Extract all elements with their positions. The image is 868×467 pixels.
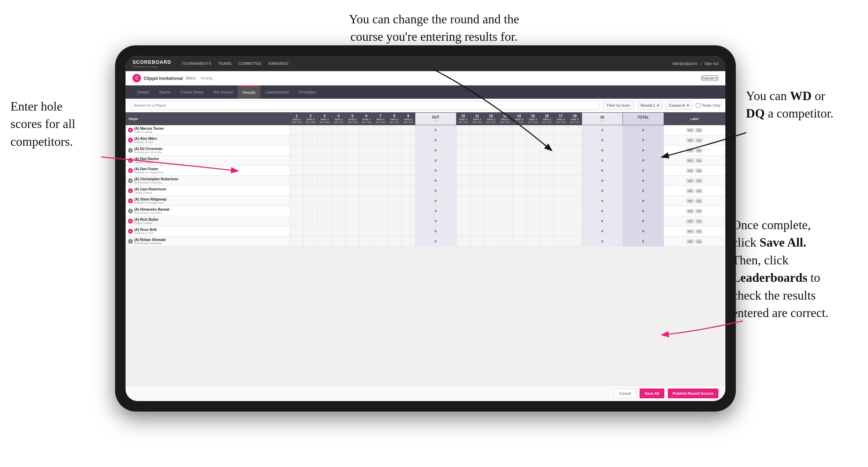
- hole-score-0-7[interactable]: [373, 125, 387, 135]
- hole-score-6-4[interactable]: [332, 186, 346, 196]
- hole-score-7-15[interactable]: [526, 196, 540, 206]
- hole-score-9-8[interactable]: [387, 216, 401, 226]
- hole-score-4-2[interactable]: [304, 166, 318, 176]
- hole-score-4-13[interactable]: [498, 166, 512, 176]
- hole-score-10-4[interactable]: [332, 226, 346, 236]
- wd-button-3[interactable]: WD: [686, 158, 694, 163]
- dq-button-7[interactable]: DQ: [695, 199, 702, 203]
- hole-score-5-13[interactable]: [498, 176, 512, 186]
- hole-score-6-14[interactable]: [512, 186, 526, 196]
- hole-score-6-15[interactable]: [526, 186, 540, 196]
- hole-score-7-3[interactable]: [318, 196, 332, 206]
- hole-score-9-9[interactable]: [401, 216, 415, 226]
- hole-score-10-10[interactable]: [456, 226, 470, 236]
- hole-score-7-11[interactable]: [470, 196, 484, 206]
- hole-score-6-8[interactable]: [387, 186, 401, 196]
- hole-score-3-17[interactable]: [554, 156, 568, 166]
- hole-score-6-3[interactable]: [318, 186, 332, 196]
- sign-out-link[interactable]: Sign out: [704, 60, 718, 67]
- hole-score-5-9[interactable]: [401, 176, 415, 186]
- hole-score-1-1[interactable]: [290, 135, 304, 145]
- hole-score-7-1[interactable]: [290, 196, 304, 206]
- hole-score-3-8[interactable]: [387, 156, 401, 166]
- hole-score-4-8[interactable]: [387, 166, 401, 176]
- tab-course-setup[interactable]: Course Setup: [175, 85, 208, 99]
- hole-score-2-17[interactable]: [554, 145, 568, 156]
- hole-score-8-15[interactable]: [526, 206, 540, 216]
- hole-score-1-11[interactable]: [470, 135, 484, 145]
- hole-score-9-18[interactable]: [568, 216, 582, 226]
- hole-score-3-16[interactable]: [540, 156, 554, 166]
- hole-score-2-13[interactable]: [498, 145, 512, 156]
- hole-score-4-1[interactable]: [290, 166, 304, 176]
- hole-score-3-10[interactable]: [456, 156, 470, 166]
- wd-button-4[interactable]: WD: [686, 168, 694, 173]
- hole-score-5-12[interactable]: [484, 176, 498, 186]
- hole-score-11-15[interactable]: [526, 236, 540, 247]
- hole-score-8-13[interactable]: [498, 206, 512, 216]
- dq-button-5[interactable]: DQ: [695, 179, 702, 183]
- wd-button-7[interactable]: WD: [686, 199, 694, 203]
- hole-score-9-15[interactable]: [526, 216, 540, 226]
- hole-score-2-12[interactable]: [484, 145, 498, 156]
- hole-score-2-15[interactable]: [526, 145, 540, 156]
- hole-score-4-4[interactable]: [332, 166, 346, 176]
- hole-score-8-16[interactable]: [540, 206, 554, 216]
- hole-score-8-4[interactable]: [332, 206, 346, 216]
- nav-link-tournaments[interactable]: TOURNAMENTS: [182, 60, 211, 67]
- publish-button[interactable]: Publish Round Scores: [668, 389, 718, 398]
- filter-team-button[interactable]: Filter by team: [603, 101, 634, 110]
- hole-score-6-12[interactable]: [484, 186, 498, 196]
- hole-score-6-1[interactable]: [290, 186, 304, 196]
- hole-score-9-6[interactable]: [360, 216, 373, 226]
- hole-score-1-5[interactable]: [346, 135, 360, 145]
- hole-score-6-13[interactable]: [498, 186, 512, 196]
- hole-score-7-18[interactable]: [568, 196, 582, 206]
- hole-score-8-17[interactable]: [554, 206, 568, 216]
- hole-score-5-2[interactable]: [304, 176, 318, 186]
- hole-score-0-17[interactable]: [554, 125, 568, 135]
- wd-button-2[interactable]: WD: [686, 148, 694, 153]
- hole-score-8-14[interactable]: [512, 206, 526, 216]
- hole-score-10-9[interactable]: [401, 226, 415, 236]
- hole-score-2-9[interactable]: [401, 145, 415, 156]
- hole-score-10-1[interactable]: [290, 226, 304, 236]
- nav-link-rankings[interactable]: RANKINGS: [269, 60, 288, 67]
- hole-score-7-4[interactable]: [332, 196, 346, 206]
- tab-details[interactable]: Details: [133, 85, 154, 99]
- hole-score-10-3[interactable]: [318, 226, 332, 236]
- search-input[interactable]: [130, 101, 599, 110]
- dq-button-9[interactable]: DQ: [695, 219, 702, 224]
- hole-score-3-6[interactable]: [360, 156, 373, 166]
- hole-score-7-10[interactable]: [456, 196, 470, 206]
- hole-score-5-4[interactable]: [332, 176, 346, 186]
- hole-score-2-11[interactable]: [470, 145, 484, 156]
- hole-score-7-2[interactable]: [304, 196, 318, 206]
- hole-score-10-6[interactable]: [360, 226, 373, 236]
- hole-score-9-17[interactable]: [554, 216, 568, 226]
- hole-score-5-14[interactable]: [512, 176, 526, 186]
- hole-score-10-14[interactable]: [512, 226, 526, 236]
- hole-score-4-7[interactable]: [373, 166, 387, 176]
- hole-score-10-7[interactable]: [373, 226, 387, 236]
- hole-score-7-17[interactable]: [554, 196, 568, 206]
- hole-score-1-12[interactable]: [484, 135, 498, 145]
- hole-score-10-12[interactable]: [484, 226, 498, 236]
- hole-score-0-2[interactable]: [304, 125, 318, 135]
- hole-score-11-11[interactable]: [470, 236, 484, 247]
- wd-button-9[interactable]: WD: [686, 219, 694, 224]
- hole-score-7-14[interactable]: [512, 196, 526, 206]
- nav-link-committee[interactable]: COMMITTEE: [239, 60, 262, 67]
- hole-score-11-8[interactable]: [387, 236, 401, 247]
- hole-score-0-11[interactable]: [470, 125, 484, 135]
- wd-button-11[interactable]: WD: [686, 239, 694, 244]
- hole-score-3-3[interactable]: [318, 156, 332, 166]
- wd-button-0[interactable]: WD: [686, 128, 694, 133]
- hole-score-3-12[interactable]: [484, 156, 498, 166]
- dq-button-3[interactable]: DQ: [695, 158, 702, 163]
- nav-link-teams[interactable]: TEAMS: [218, 60, 232, 67]
- hole-score-3-18[interactable]: [568, 156, 582, 166]
- hole-score-6-17[interactable]: [554, 186, 568, 196]
- hole-score-1-8[interactable]: [387, 135, 401, 145]
- hole-score-2-6[interactable]: [360, 145, 373, 156]
